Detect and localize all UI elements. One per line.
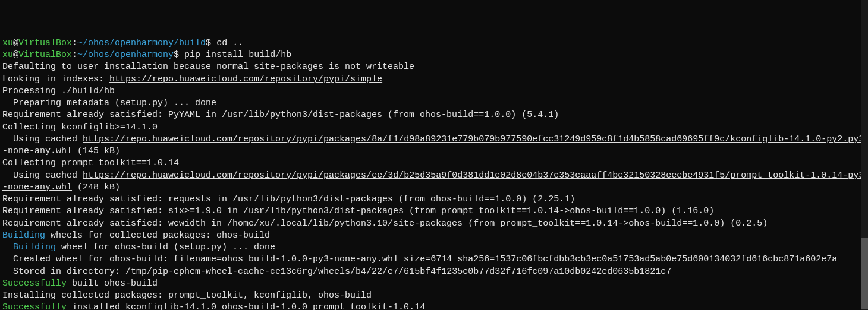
prompt-user: xu bbox=[2, 50, 13, 60]
output-line: Collecting prompt_toolkit==1.0.14 bbox=[2, 158, 179, 168]
output-line: Requirement already satisfied: requests … bbox=[2, 194, 575, 204]
output-line: Collecting kconfiglib>=14.1.0 bbox=[2, 122, 158, 132]
prompt-dollar: $ bbox=[206, 38, 216, 48]
prompt-host: VirtualBox bbox=[18, 50, 72, 60]
output-line: Requirement already satisfied: wcwidth i… bbox=[2, 219, 768, 229]
output-line: Created wheel for ohos-build: filename=o… bbox=[2, 254, 837, 264]
prompt-at: @ bbox=[13, 50, 18, 60]
prompt-colon: : bbox=[72, 38, 77, 48]
output-line: Successfully installed kconfiglib-14.1.0… bbox=[2, 302, 425, 310]
output-line: Looking in indexes: https://repo.huaweic… bbox=[2, 74, 382, 84]
prompt-path: ~/ohos/openharmony bbox=[77, 50, 174, 60]
prompt-dollar: $ bbox=[174, 50, 184, 60]
output-line: Building wheels for collected packages: … bbox=[2, 230, 270, 241]
scrollbar-thumb[interactable] bbox=[861, 238, 868, 309]
output-line: Processing ./build/hb bbox=[2, 86, 115, 96]
prompt-line: xu@VirtualBox:~/ohos/openharmony/build$ … bbox=[2, 38, 243, 48]
package-url[interactable]: https://repo.huaweicloud.com/repository/… bbox=[2, 134, 864, 156]
prompt-host: VirtualBox bbox=[18, 38, 72, 48]
output-line: Requirement already satisfied: six>=1.9.… bbox=[2, 206, 714, 216]
building-label: Building bbox=[2, 230, 45, 241]
output-line: Stored in directory: /tmp/pip-ephem-whee… bbox=[2, 267, 671, 277]
output-line: Preparing metadata (setup.py) ... done bbox=[2, 98, 216, 108]
output-line: Defaulting to user installation because … bbox=[2, 62, 414, 72]
output-line: Building wheel for ohos-build (setup.py)… bbox=[2, 242, 275, 252]
output-line: Requirement already satisfied: PyYAML in… bbox=[2, 110, 559, 120]
prompt-at: @ bbox=[13, 38, 18, 48]
prompt-user: xu bbox=[2, 38, 13, 48]
package-url[interactable]: https://repo.huaweicloud.com/repository/… bbox=[2, 170, 864, 192]
prompt-colon: : bbox=[72, 50, 77, 60]
output-line: Successfully built ohos-build bbox=[2, 279, 158, 289]
building-label: Building bbox=[2, 242, 56, 252]
command-input: cd .. bbox=[216, 38, 243, 48]
index-url[interactable]: https://repo.huaweicloud.com/repository/… bbox=[109, 74, 382, 84]
output-line: Using cached https://repo.huaweicloud.co… bbox=[2, 170, 864, 192]
terminal-output[interactable]: xu@VirtualBox:~/ohos/openharmony/build$ … bbox=[0, 0, 868, 310]
output-line: Installing collected packages: prompt_to… bbox=[2, 290, 372, 300]
output-line: Using cached https://repo.huaweicloud.co… bbox=[2, 134, 864, 156]
prompt-path: ~/ohos/openharmony/build bbox=[77, 38, 206, 48]
prompt-line: xu@VirtualBox:~/ohos/openharmony$ pip in… bbox=[2, 50, 291, 60]
command-input: pip install build/hb bbox=[184, 50, 291, 60]
success-label: Successfully bbox=[2, 279, 67, 289]
success-label: Successfully bbox=[2, 302, 67, 310]
